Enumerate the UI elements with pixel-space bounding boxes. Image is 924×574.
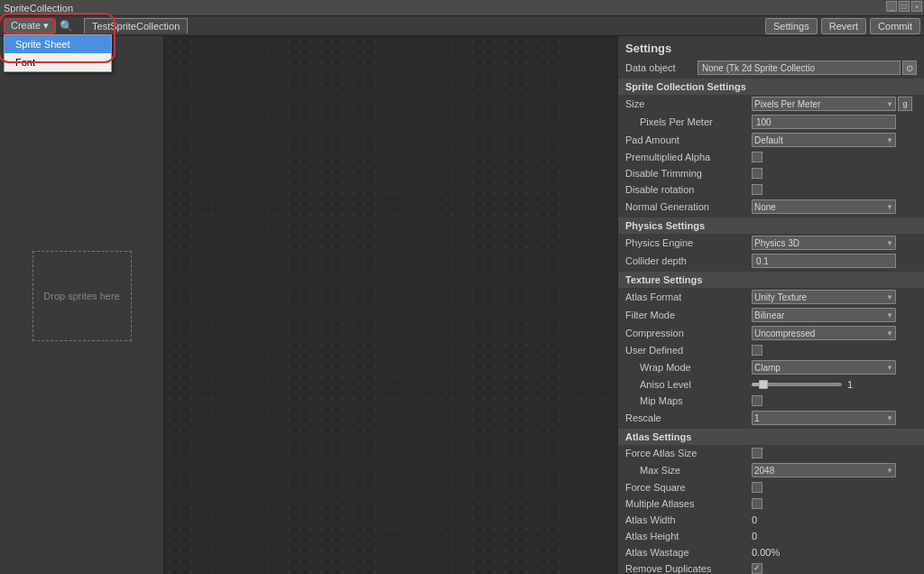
dropdown-item-sprite-sheet[interactable]: Sprite Sheet bbox=[5, 35, 111, 53]
label-size: Size bbox=[625, 98, 752, 109]
tab-filename[interactable]: TestSpriteCollection bbox=[84, 18, 188, 33]
row-force-atlas-size: Force Atlas Size bbox=[618, 445, 924, 461]
label-normal-generation: Normal Generation bbox=[625, 201, 752, 212]
label-atlas-height: Atlas Height bbox=[625, 531, 752, 542]
row-atlas-width: Atlas Width 0 bbox=[618, 512, 924, 528]
row-max-size: Max Size 2048 ▼ bbox=[618, 461, 924, 479]
checkbox-user-defined[interactable] bbox=[752, 345, 762, 356]
data-object-value: None (Tk 2d Sprite Collectio bbox=[698, 60, 901, 75]
label-atlas-width: Atlas Width bbox=[625, 514, 752, 525]
label-force-square: Force Square bbox=[625, 482, 752, 493]
aniso-slider-container: 1 bbox=[752, 379, 853, 390]
window-title: SpriteCollection bbox=[4, 3, 73, 14]
label-disable-trimming: Disable Trimming bbox=[625, 168, 752, 179]
label-multiple-atlases: Multiple Atlases bbox=[625, 498, 752, 509]
row-disable-trimming: Disable Trimming bbox=[618, 165, 924, 181]
row-normal-generation: Normal Generation None ▼ bbox=[618, 198, 924, 216]
label-pad-amount: Pad Amount bbox=[625, 134, 752, 145]
close-button[interactable]: × bbox=[911, 1, 922, 12]
section-texture: Texture Settings bbox=[618, 272, 924, 288]
row-multiple-atlases: Multiple Atlases bbox=[618, 495, 924, 512]
settings-button[interactable]: Settings bbox=[765, 18, 818, 34]
row-atlas-wastage: Atlas Wastage 0.00% bbox=[618, 544, 924, 560]
row-collider-depth: Collider depth bbox=[618, 252, 924, 270]
toolbar: Create ▾ Sprite Sheet Font 🔍 TestSpriteC… bbox=[0, 16, 924, 36]
select-wrap-mode[interactable]: Clamp ▼ bbox=[752, 360, 896, 375]
row-pad-amount: Pad Amount Default ▼ bbox=[618, 131, 924, 149]
revert-button[interactable]: Revert bbox=[821, 18, 866, 34]
label-filter-mode: Filter Mode bbox=[625, 310, 752, 320]
aniso-slider-track[interactable] bbox=[752, 383, 842, 386]
select-rescale[interactable]: 1 ▼ bbox=[752, 411, 896, 425]
select-arrow-filter: ▼ bbox=[886, 311, 893, 319]
create-area: Create ▾ Sprite Sheet Font bbox=[4, 18, 56, 34]
row-force-square: Force Square bbox=[618, 479, 924, 495]
drop-zone-text: Drop sprites here bbox=[43, 291, 119, 301]
data-object-picker-button[interactable]: ⊙ bbox=[902, 60, 917, 75]
checkbox-force-square[interactable] bbox=[752, 482, 762, 493]
create-button[interactable]: Create ▾ bbox=[4, 18, 56, 34]
checkbox-remove-duplicates[interactable] bbox=[752, 563, 762, 574]
data-object-label: Data object bbox=[625, 62, 698, 73]
row-atlas-height: Atlas Height 0 bbox=[618, 528, 924, 544]
create-dropdown: Sprite Sheet Font bbox=[4, 34, 112, 72]
select-arrow-wrap: ▼ bbox=[886, 364, 893, 372]
settings-title: Settings bbox=[618, 36, 924, 59]
label-force-atlas-size: Force Atlas Size bbox=[625, 448, 752, 458]
input-collider-depth[interactable] bbox=[752, 254, 896, 268]
canvas-area bbox=[164, 36, 617, 574]
row-compression: Compression Uncompressed ▼ bbox=[618, 324, 924, 342]
section-physics: Physics Settings bbox=[618, 218, 924, 234]
select-pad-amount[interactable]: Default ▼ bbox=[752, 133, 896, 147]
value-atlas-wastage: 0.00% bbox=[752, 547, 780, 558]
checkbox-disable-rotation[interactable] bbox=[752, 184, 762, 195]
search-button[interactable]: 🔍 bbox=[60, 20, 73, 32]
label-wrap-mode: Wrap Mode bbox=[625, 362, 752, 373]
select-compression[interactable]: Uncompressed ▼ bbox=[752, 326, 896, 340]
checkbox-force-atlas-size[interactable] bbox=[752, 448, 762, 458]
label-compression: Compression bbox=[625, 328, 752, 338]
select-max-size[interactable]: 2048 ▼ bbox=[752, 463, 896, 477]
label-mip-maps: Mip Maps bbox=[625, 395, 752, 406]
left-panel: Drop sprites here bbox=[0, 36, 164, 574]
maximize-button[interactable]: □ bbox=[899, 1, 910, 12]
toolbar-right: Settings Revert Commit bbox=[765, 18, 920, 34]
row-physics-engine: Physics Engine Physics 3D ▼ bbox=[618, 234, 924, 252]
row-mip-maps: Mip Maps bbox=[618, 393, 924, 409]
window-controls: _ □ × bbox=[886, 1, 922, 12]
select-arrow-physics: ▼ bbox=[886, 239, 893, 247]
checkbox-mip-maps[interactable] bbox=[752, 395, 762, 406]
dropdown-item-font[interactable]: Font bbox=[5, 53, 111, 71]
aniso-level-value: 1 bbox=[847, 379, 853, 390]
select-filter-mode[interactable]: Bilinear ▼ bbox=[752, 308, 896, 322]
toolbar-left: Create ▾ Sprite Sheet Font 🔍 TestSpriteC… bbox=[4, 18, 188, 34]
label-premultiplied: Premultiplied Alpha bbox=[625, 152, 752, 162]
row-remove-duplicates: Remove Duplicates bbox=[618, 560, 924, 574]
select-atlas-format[interactable]: Unity Texture ▼ bbox=[752, 290, 896, 304]
select-arrow-normal: ▼ bbox=[886, 203, 893, 211]
commit-button[interactable]: Commit bbox=[870, 18, 920, 34]
data-object-row: Data object None (Tk 2d Sprite Collectio… bbox=[618, 59, 924, 77]
minimize-button[interactable]: _ bbox=[886, 1, 897, 12]
row-wrap-mode: Wrap Mode Clamp ▼ bbox=[618, 358, 924, 376]
select-arrow-pad: ▼ bbox=[886, 136, 893, 144]
label-max-size: Max Size bbox=[625, 465, 752, 476]
select-physics-engine[interactable]: Physics 3D ▼ bbox=[752, 236, 896, 250]
section-sprite-collection: Sprite Collection Settings bbox=[618, 79, 924, 95]
row-premultiplied: Premultiplied Alpha bbox=[618, 149, 924, 165]
label-aniso-level: Aniso Level bbox=[625, 379, 752, 390]
label-physics-engine: Physics Engine bbox=[625, 237, 752, 248]
select-normal-generation[interactable]: None ▼ bbox=[752, 199, 896, 214]
select-arrow-rescale: ▼ bbox=[886, 414, 893, 422]
drop-zone[interactable]: Drop sprites here bbox=[32, 251, 132, 341]
checkbox-multiple-atlases[interactable] bbox=[752, 498, 762, 509]
input-pixels-per-meter[interactable] bbox=[752, 115, 896, 129]
aniso-slider-thumb[interactable] bbox=[759, 380, 768, 389]
checkbox-disable-trimming[interactable] bbox=[752, 168, 762, 179]
select-size[interactable]: Pixels Per Meter ▼ bbox=[752, 97, 896, 111]
label-pixels-per-meter: Pixels Per Meter bbox=[625, 116, 752, 127]
checkbox-premultiplied[interactable] bbox=[752, 152, 762, 162]
size-extra-button[interactable]: g bbox=[898, 97, 912, 111]
title-bar: SpriteCollection _ □ × bbox=[0, 0, 924, 16]
row-rescale: Rescale 1 ▼ bbox=[618, 409, 924, 427]
